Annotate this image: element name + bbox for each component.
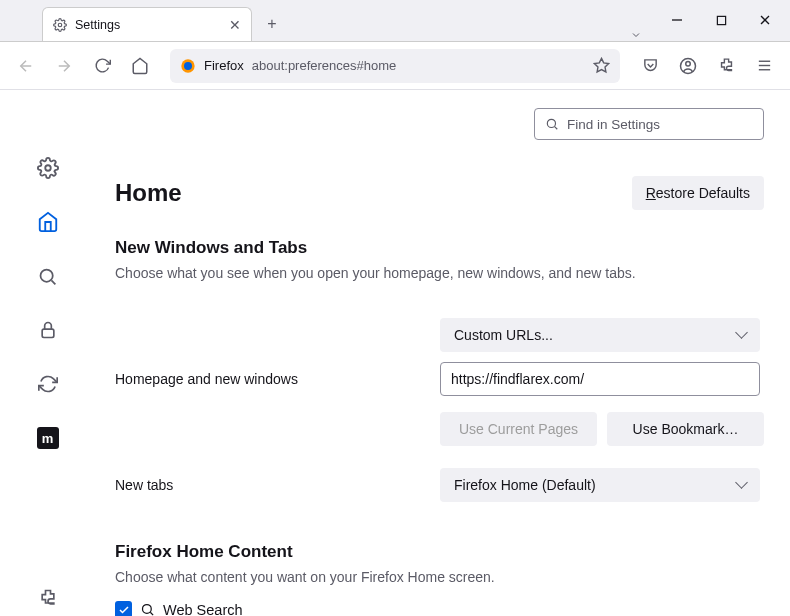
svg-line-17 <box>51 280 55 284</box>
window-controls <box>656 0 786 41</box>
svg-rect-18 <box>42 329 54 337</box>
homepage-url-input[interactable] <box>440 362 760 396</box>
homepage-label: Homepage and new windows <box>115 371 440 387</box>
find-in-settings[interactable]: Find in Settings <box>534 108 764 140</box>
svg-rect-2 <box>717 16 725 24</box>
svg-point-21 <box>143 605 152 614</box>
pocket-button[interactable] <box>634 50 666 82</box>
sidebar-general[interactable] <box>30 150 66 186</box>
dropdown-value: Custom URLs... <box>454 327 553 343</box>
url-text: about:preferences#home <box>252 58 585 73</box>
search-icon <box>140 602 155 616</box>
mozilla-icon: m <box>37 427 59 449</box>
checkbox-checked-icon[interactable] <box>115 601 132 616</box>
sidebar-search[interactable] <box>30 258 66 294</box>
svg-point-8 <box>184 62 192 70</box>
svg-line-20 <box>555 127 558 130</box>
browser-tab[interactable]: Settings ✕ <box>42 7 252 41</box>
newtabs-dropdown[interactable]: Firefox Home (Default) <box>440 468 760 502</box>
maximize-button[interactable] <box>700 5 742 35</box>
svg-point-0 <box>58 23 62 27</box>
section-new-windows-heading: New Windows and Tabs <box>115 238 764 258</box>
websearch-row[interactable]: Web Search <box>115 601 764 616</box>
minimize-button[interactable] <box>656 5 698 35</box>
svg-point-19 <box>547 119 555 127</box>
navigation-toolbar: Firefox about:preferences#home <box>0 42 790 90</box>
gear-icon <box>53 18 67 32</box>
svg-point-16 <box>41 269 53 281</box>
settings-main: Find in Settings Home Restore Defaults N… <box>95 90 790 616</box>
search-icon <box>545 117 559 131</box>
forward-button[interactable] <box>48 50 80 82</box>
tab-title: Settings <box>75 18 120 32</box>
sidebar-more-mozilla[interactable]: m <box>30 420 66 456</box>
newtabs-label: New tabs <box>115 477 440 493</box>
dropdown-value: Firefox Home (Default) <box>454 477 596 493</box>
identity-label: Firefox <box>204 58 244 73</box>
restore-defaults-button[interactable]: Restore Defaults <box>632 176 764 210</box>
new-tab-button[interactable]: + <box>258 10 286 38</box>
sidebar-home[interactable] <box>30 204 66 240</box>
svg-line-22 <box>150 613 153 616</box>
extensions-button[interactable] <box>710 50 742 82</box>
page-title: Home <box>115 179 632 207</box>
use-bookmark-button[interactable]: Use Bookmark… <box>607 412 764 446</box>
firefox-icon <box>180 58 196 74</box>
home-button[interactable] <box>124 50 156 82</box>
svg-point-11 <box>686 61 691 66</box>
sidebar-sync[interactable] <box>30 366 66 402</box>
url-bar[interactable]: Firefox about:preferences#home <box>170 49 620 83</box>
websearch-label: Web Search <box>163 602 243 616</box>
sidebar-privacy[interactable] <box>30 312 66 348</box>
chevron-down-icon[interactable] <box>616 29 656 41</box>
back-button[interactable] <box>10 50 42 82</box>
settings-content: m Find in Settings Home Restore Defaults… <box>0 90 790 616</box>
reload-button[interactable] <box>86 50 118 82</box>
section-home-content-sub: Choose what content you want on your Fir… <box>115 568 764 588</box>
close-tab-icon[interactable]: ✕ <box>229 17 241 33</box>
settings-sidebar: m <box>0 90 95 616</box>
sidebar-extensions[interactable] <box>30 580 66 616</box>
use-current-pages-button[interactable]: Use Current Pages <box>440 412 597 446</box>
find-placeholder: Find in Settings <box>567 117 660 132</box>
window-titlebar: Settings ✕ + <box>0 0 790 42</box>
svg-point-15 <box>45 165 51 171</box>
section-home-content-heading: Firefox Home Content <box>115 542 764 562</box>
svg-marker-9 <box>594 58 608 71</box>
close-window-button[interactable] <box>744 5 786 35</box>
section-new-windows-sub: Choose what you see when you open your h… <box>115 264 764 284</box>
bookmark-star-icon[interactable] <box>593 57 610 74</box>
account-button[interactable] <box>672 50 704 82</box>
homepage-mode-dropdown[interactable]: Custom URLs... <box>440 318 760 352</box>
app-menu-button[interactable] <box>748 50 780 82</box>
